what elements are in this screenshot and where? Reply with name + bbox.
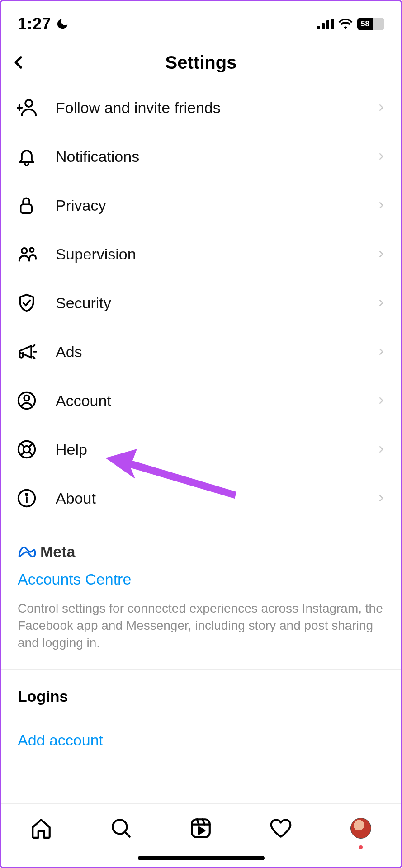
chevron-right-icon — [376, 247, 385, 261]
row-label: Help — [43, 441, 376, 458]
settings-row-follow-invite[interactable]: Follow and invite friends — [1, 83, 401, 132]
svg-line-18 — [29, 452, 33, 455]
settings-row-help[interactable]: Help — [1, 425, 401, 474]
svg-line-17 — [21, 443, 24, 447]
meta-section: Meta Accounts Centre Control settings fo… — [1, 523, 401, 670]
lifebuoy-icon — [17, 439, 43, 459]
svg-line-19 — [21, 452, 24, 455]
chevron-right-icon — [376, 344, 385, 359]
heart-icon — [269, 817, 293, 840]
chevron-right-icon — [376, 198, 385, 212]
meta-logo-icon — [18, 546, 37, 558]
nav-reels[interactable] — [187, 815, 214, 842]
page-header: Settings — [1, 42, 401, 83]
page-title: Settings — [166, 52, 237, 73]
add-account-link[interactable]: Add account — [18, 731, 384, 749]
row-label: About — [43, 490, 376, 507]
svg-point-8 — [22, 248, 27, 254]
megaphone-icon — [17, 342, 43, 362]
settings-row-ads[interactable]: Ads — [1, 327, 401, 376]
svg-point-4 — [25, 100, 32, 107]
svg-rect-7 — [21, 204, 32, 213]
moon-icon — [56, 17, 69, 31]
row-label: Supervision — [43, 245, 376, 263]
back-button[interactable] — [11, 52, 27, 73]
chevron-right-icon — [376, 296, 385, 310]
row-label: Account — [43, 392, 376, 410]
bell-icon — [17, 146, 43, 166]
logins-title: Logins — [18, 688, 384, 705]
chevron-right-icon — [376, 442, 385, 457]
accounts-centre-link[interactable]: Accounts Centre — [18, 571, 384, 588]
svg-rect-0 — [317, 26, 320, 29]
logins-section: Logins Add account — [1, 670, 401, 785]
svg-point-9 — [30, 248, 34, 252]
search-icon — [110, 817, 132, 840]
svg-rect-3 — [331, 19, 334, 29]
status-bar: 1:27 58 — [1, 1, 401, 42]
svg-rect-2 — [326, 20, 329, 29]
svg-line-26 — [125, 832, 129, 836]
settings-list: Follow and invite friends Notifications … — [1, 83, 401, 523]
nav-profile[interactable] — [347, 815, 374, 842]
settings-row-privacy[interactable]: Privacy — [1, 181, 401, 230]
svg-marker-31 — [199, 827, 205, 834]
row-label: Privacy — [43, 197, 376, 214]
info-icon — [17, 488, 43, 508]
settings-row-about[interactable]: About — [1, 474, 401, 523]
shield-check-icon — [17, 292, 43, 313]
people-icon — [17, 244, 43, 264]
svg-point-23 — [26, 494, 28, 495]
settings-row-security[interactable]: Security — [1, 278, 401, 327]
status-time: 1:27 — [18, 14, 51, 33]
nav-activity[interactable] — [267, 815, 294, 842]
svg-line-20 — [29, 443, 33, 447]
account-circle-icon — [17, 391, 43, 410]
wifi-icon — [338, 19, 353, 29]
svg-rect-1 — [322, 23, 325, 29]
settings-row-supervision[interactable]: Supervision — [1, 230, 401, 278]
home-indicator — [138, 856, 265, 860]
row-label: Follow and invite friends — [43, 99, 376, 117]
reels-icon — [189, 817, 212, 840]
settings-row-account[interactable]: Account — [1, 376, 401, 425]
nav-home[interactable] — [28, 815, 55, 842]
row-label: Notifications — [43, 148, 376, 165]
nav-search[interactable] — [108, 815, 135, 842]
cellular-signal-icon — [317, 19, 334, 29]
notification-dot-icon — [359, 845, 363, 849]
app-frame: 1:27 58 Settings — [0, 0, 402, 868]
svg-line-12 — [33, 357, 35, 359]
home-icon — [30, 817, 52, 840]
chevron-right-icon — [376, 149, 385, 164]
chevron-right-icon — [376, 491, 385, 505]
settings-row-notifications[interactable]: Notifications — [1, 132, 401, 181]
lock-icon — [17, 195, 43, 216]
person-add-icon — [17, 97, 43, 118]
chevron-right-icon — [376, 393, 385, 408]
svg-line-10 — [33, 345, 35, 347]
row-label: Security — [43, 294, 376, 312]
chevron-right-icon — [376, 100, 385, 115]
meta-brand: Meta — [18, 543, 384, 561]
battery-icon: 58 — [357, 18, 384, 30]
battery-percent: 58 — [361, 19, 369, 28]
avatar-icon — [350, 818, 371, 839]
svg-point-14 — [24, 396, 29, 401]
meta-brand-text: Meta — [40, 543, 75, 561]
row-label: Ads — [43, 343, 376, 361]
meta-description: Control settings for connected experienc… — [18, 600, 384, 651]
